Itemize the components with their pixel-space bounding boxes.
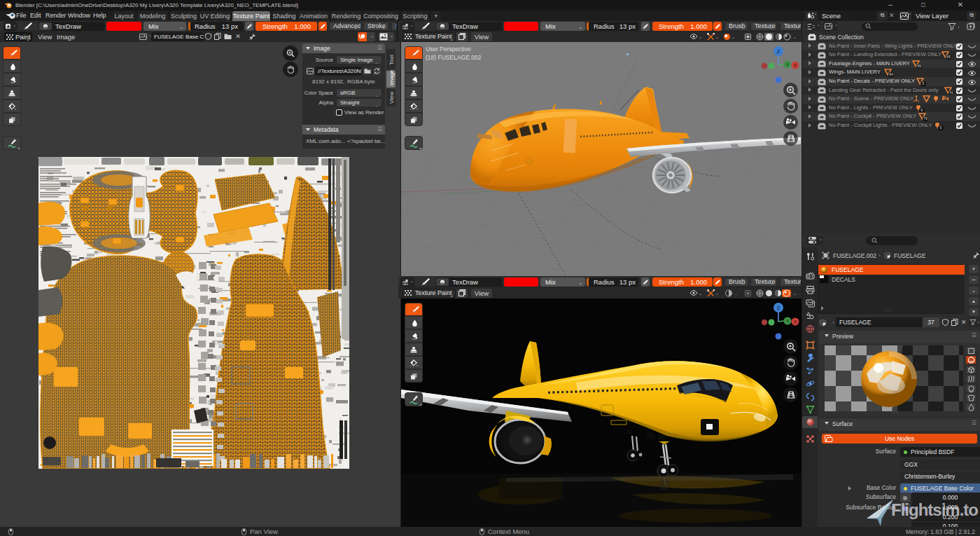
svg-text:X: X (794, 63, 797, 68)
svg-text:X: X (794, 319, 797, 324)
svg-text:Y: Y (786, 62, 790, 67)
svg-text:Y: Y (786, 319, 790, 324)
svg-text:Z: Z (777, 48, 780, 55)
svg-text:Z: Z (777, 305, 780, 311)
